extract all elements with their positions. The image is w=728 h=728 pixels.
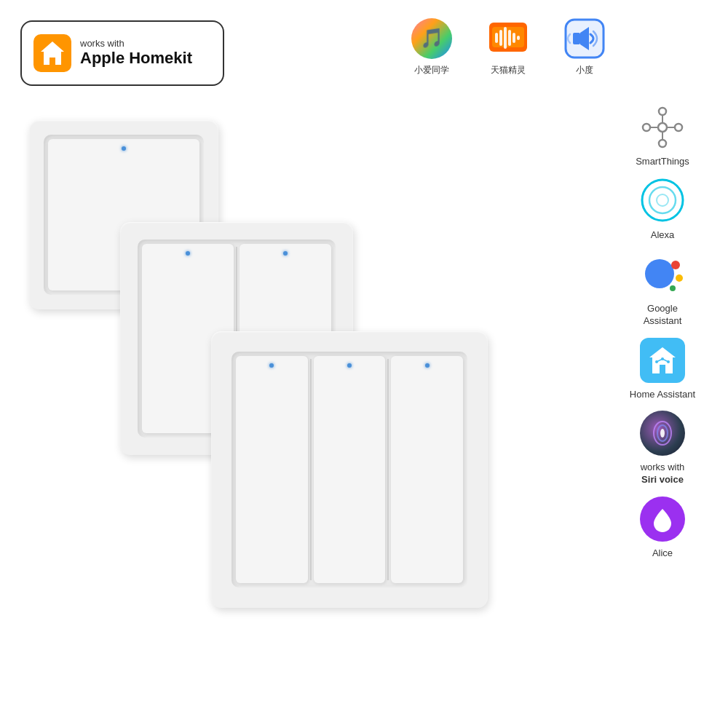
smartthings-assistant: SmartThings: [612, 102, 713, 168]
xiaodu-icon: [561, 15, 608, 62]
tmall-label: 天猫精灵: [491, 65, 526, 76]
svg-rect-5: [495, 33, 498, 43]
switch-3-inner: [232, 352, 467, 587]
homekit-works-with: works with: [80, 38, 192, 49]
svg-rect-6: [499, 30, 502, 46]
homekit-text-block: works with Apple Homekit: [80, 38, 192, 68]
svg-point-16: [675, 124, 682, 131]
homekit-house-icon: [33, 34, 71, 72]
homekit-brand: Apple Homekit: [80, 49, 192, 68]
alexa-icon: [637, 175, 688, 226]
switch-3-button-1[interactable]: [236, 356, 308, 583]
svg-point-37: [660, 429, 665, 438]
home-assistant-icon: [637, 335, 688, 386]
alexa-label: Alexa: [651, 229, 675, 242]
home-assistant: Home Assistant: [612, 335, 713, 401]
xiaodu-label: 小度: [576, 65, 593, 76]
svg-point-14: [658, 123, 667, 132]
smartthings-icon: [637, 102, 688, 153]
tmall-assistant: 天猫精灵: [484, 15, 531, 76]
xiaodu-assistant: 小度: [561, 15, 608, 76]
siri-assistant: works withSiri voice: [612, 408, 713, 486]
google-assistant-icon: [637, 249, 688, 300]
alexa-assistant: Alexa: [612, 175, 713, 242]
tmall-icon: [484, 15, 531, 62]
alice-assistant: Alice: [612, 494, 713, 560]
right-assistants-column: SmartThings Alexa GoogleAssistant: [612, 102, 713, 560]
switch-3-button-2[interactable]: [314, 356, 386, 583]
switch-3-gang: [211, 331, 488, 608]
google-assistant: GoogleAssistant: [612, 249, 713, 328]
svg-rect-8: [508, 30, 511, 46]
svg-rect-7: [504, 27, 507, 49]
xiaoai-label: 小爱同学: [414, 65, 449, 76]
switch-3-divider-1: [310, 359, 312, 580]
alice-icon: [637, 494, 688, 545]
siri-label: works withSiri voice: [641, 462, 685, 486]
switches-area: [22, 113, 553, 695]
svg-point-23: [642, 180, 683, 221]
xiaoai-icon: 🎵: [408, 15, 455, 62]
xiaoai-assistant: 🎵 小爱同学: [408, 15, 455, 76]
svg-point-15: [659, 108, 666, 115]
svg-point-25: [657, 194, 668, 206]
svg-rect-9: [513, 33, 515, 43]
switch-3-button-3[interactable]: [391, 356, 463, 583]
svg-rect-12: [573, 33, 580, 44]
home-assistant-label: Home Assistant: [630, 389, 695, 401]
svg-point-24: [649, 187, 676, 213]
svg-point-17: [659, 140, 666, 147]
svg-point-27: [671, 261, 680, 269]
svg-point-18: [643, 124, 650, 131]
svg-point-28: [676, 274, 683, 282]
svg-rect-10: [517, 36, 520, 40]
siri-icon: [637, 408, 688, 459]
switch-3-divider-2: [387, 359, 389, 580]
svg-text:🎵: 🎵: [420, 26, 444, 50]
alice-label: Alice: [652, 547, 673, 560]
svg-point-26: [645, 259, 674, 288]
top-assistants-row: 🎵 小爱同学 天猫精灵: [408, 15, 608, 76]
google-assistant-label: GoogleAssistant: [644, 303, 682, 328]
homekit-badge: works with Apple Homekit: [20, 20, 224, 86]
svg-point-29: [670, 285, 676, 291]
smartthings-label: SmartThings: [636, 156, 689, 168]
